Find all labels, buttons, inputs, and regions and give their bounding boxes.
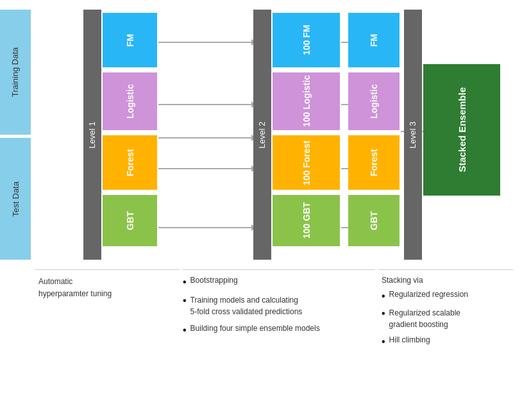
level2-gbt-right: GBT: [348, 195, 400, 246]
arrow-forest-l2: [158, 165, 257, 172]
bullet-reg-regression: • Regularized regression: [382, 290, 516, 302]
training-data-text: Training Data: [11, 47, 21, 97]
level1-gbt: GBT: [103, 195, 157, 246]
bottom-col1: Automatichyperparamter tuning: [38, 276, 180, 300]
bullet-text-1: Bootstrapping: [190, 276, 238, 288]
bottom-col3: Stacking via • Regularized regression • …: [382, 276, 516, 348]
divider-col2: [183, 269, 375, 270]
level2-label: Level 2: [258, 121, 267, 148]
bullet-dot-1: •: [183, 276, 187, 288]
bullet-building: • Building four simple ensemble models: [183, 324, 372, 336]
bullet-text-4: Regularized regression: [389, 290, 468, 302]
training-data-label: Training Data: [0, 10, 31, 135]
level2-gbt-100: 100 GBT: [273, 195, 340, 246]
stacked-ensemble-block: Stacked Ensemble: [423, 64, 500, 196]
level3-column: Level 3: [404, 10, 422, 260]
test-data-text: Test Data: [11, 181, 21, 217]
level2-models-left: 100 FM 100 Logistic 100 Forest 100 GBT: [273, 13, 340, 246]
bullet-text-5: Regularized scalablegradient boosting: [389, 307, 460, 330]
level1-label: Level 1: [88, 121, 97, 148]
level2-fm-100: 100 FM: [273, 13, 340, 67]
level1-logistic: Logistic: [103, 72, 157, 130]
level1-models: FM Logistic Forest GBT: [103, 13, 157, 246]
bullet-dot-3: •: [183, 324, 187, 336]
arrow-l1-l2: [158, 135, 257, 141]
level3-label: Level 3: [408, 121, 418, 148]
bullet-training: • Training models and calculating5-fold …: [183, 294, 372, 317]
level2-models-right: FM Logistic Forest GBT: [348, 13, 400, 246]
bottom-col2: • Bootstrapping • Training models and ca…: [183, 276, 372, 336]
arrow-line: [158, 137, 251, 139]
level2-fm-right: FM: [348, 13, 400, 67]
bullet-dot-5: •: [382, 307, 385, 330]
bullet-hill-climbing: • Hill climbing: [382, 335, 516, 348]
level2-forest-100: 100 Forest: [273, 135, 340, 190]
level1-fm: FM: [103, 13, 157, 67]
stacked-ensemble-text: Stacked Ensemble: [457, 87, 467, 172]
bottom-col3-title: Stacking via: [382, 276, 516, 285]
level1-column: Level 1: [83, 10, 101, 260]
bullet-dot-2: •: [183, 294, 187, 317]
test-data-label: Test Data: [0, 138, 31, 260]
bullet-text-3: Building four simple ensemble models: [190, 324, 320, 336]
level2-logistic-right: Logistic: [348, 72, 400, 130]
divider-col3: [378, 269, 513, 270]
divider-col1: [35, 269, 180, 270]
level2-forest-right: Forest: [348, 135, 400, 190]
bullet-dot-6: •: [382, 335, 385, 348]
arrow-fm-l2: [158, 39, 257, 46]
bullet-dot-4: •: [382, 290, 385, 302]
diagram-container: Training Data Test Data Level 1 FM Logis…: [0, 0, 522, 420]
bottom-col1-title: Automatichyperparamter tuning: [38, 276, 180, 300]
bullet-text-2: Training models and calculating5-fold cr…: [190, 294, 303, 317]
bullet-reg-gradient: • Regularized scalablegradient boosting: [382, 307, 516, 330]
arrow-gbt-l2: [158, 224, 257, 231]
level1-forest: Forest: [103, 135, 157, 190]
bullet-text-6: Hill climbing: [389, 335, 430, 348]
level2-logistic-100: 100 Logistic: [273, 72, 340, 130]
arrow-logistic-l2: [158, 101, 257, 108]
level2-column: Level 2: [253, 10, 271, 260]
bullet-bootstrapping: • Bootstrapping: [183, 276, 372, 288]
